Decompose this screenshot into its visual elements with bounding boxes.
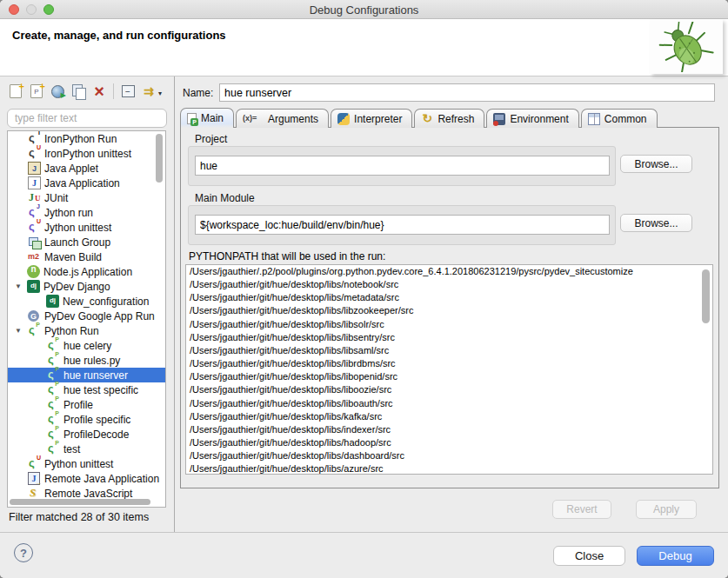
titlebar[interactable]: Debug Configurations [0,0,728,19]
tree-item[interactable]: PyDev Google App Run [8,309,165,323]
tree-item-label: Jython unittest [44,222,111,234]
tab-arguments[interactable]: Arguments [236,109,329,128]
java-applet-icon [27,162,41,175]
launch-group-icon [27,236,41,249]
tree-item-label: PyDev Google App Run [44,310,155,322]
tree-horizontal-scrollbar[interactable] [10,499,150,505]
python-run-icon [46,369,60,382]
tree-item[interactable]: IronPython Run [8,131,165,146]
pythonpath-entry[interactable]: /Users/jgauthier/git/hue/desktop/libs/li… [186,397,712,410]
tree-item[interactable]: hue rules.py [8,353,165,368]
close-button[interactable]: Close [553,546,625,566]
tree-item[interactable]: Launch Group [8,235,165,249]
tree-item[interactable]: hue runserver [8,368,165,382]
tree-item[interactable]: Jython unittest [8,220,165,235]
project-input[interactable] [195,156,610,176]
tree-item-label: Profile [63,399,93,411]
apply-button[interactable]: Apply [636,500,697,519]
tree-item[interactable]: Java Applet [8,161,165,176]
tree-item[interactable]: Maven Build [8,249,165,264]
debug-button[interactable]: Debug [637,546,714,566]
configurations-tree[interactable]: IronPython RunIronPython unittestJava Ap… [7,130,166,508]
main-module-input[interactable] [195,215,610,235]
new-launch-configuration-icon[interactable] [5,81,26,102]
tree-item[interactable]: Node.js Application [8,264,165,279]
new-prototype-icon[interactable] [26,81,47,102]
name-input[interactable] [219,83,715,102]
tree-item[interactable]: New_configuration [8,294,165,309]
filter-input[interactable] [7,109,167,128]
tree-item-label: Launch Group [44,236,110,249]
pythonpath-list[interactable]: /Users/jgauthier/.p2/pool/plugins/org.py… [185,264,713,475]
pythonpath-entry[interactable]: /Users/jgauthier/git/hue/desktop/libs/da… [186,449,712,462]
python-run-icon [46,354,60,367]
tree-item[interactable]: Java Application [8,176,165,190]
maven-build-icon [27,250,41,263]
revert-button[interactable]: Revert [552,500,611,519]
tree-item[interactable]: hue test specific [8,382,165,397]
main-module-browse-button[interactable]: Browse... [620,214,692,232]
tab-label: Refresh [437,113,474,125]
pythonpath-entry[interactable]: /Users/jgauthier/.p2/pool/plugins/org.py… [186,265,712,278]
tree-item[interactable]: IronPython unittest [8,146,165,161]
toolbar-separator [113,83,114,99]
tree-item[interactable]: Profile specific [8,412,165,427]
tree-item[interactable]: ▼PyDev Django [8,279,165,294]
main-area: IronPython RunIronPython unittestJava Ap… [0,76,728,532]
duplicate-launch-configuration-icon[interactable] [68,81,89,102]
pythonpath-entry[interactable]: /Users/jgauthier/git/hue/desktop/libs/li… [186,344,712,357]
pythonpath-entry[interactable]: /Users/jgauthier/git/hue/desktop/libs/az… [186,462,712,475]
project-browse-button[interactable]: Browse... [620,155,692,173]
export-launch-configuration-icon[interactable] [47,81,68,102]
pythonpath-entry[interactable]: /Users/jgauthier/git/hue/desktop/libs/me… [186,291,712,304]
tree-vertical-scrollbar[interactable] [156,134,163,183]
pythonpath-entry[interactable]: /Users/jgauthier/git/hue/desktop/libs/li… [186,304,712,317]
remote-java-application-icon [27,472,41,485]
pythonpath-scrollbar[interactable] [702,269,710,323]
tree-item[interactable]: ▼Python Run [8,323,165,338]
expand-collapse-icon[interactable]: ▼ [14,327,23,335]
pythonpath-entry[interactable]: /Users/jgauthier/git/hue/desktop/libs/no… [186,278,712,291]
tree-item[interactable]: Python unittest [8,456,165,471]
tab-common[interactable]: Common [581,109,658,128]
jython-unittest-icon [27,221,41,234]
collapse-all-icon[interactable] [117,81,138,102]
tree-item-label: Profile specific [63,414,130,426]
filter-launch-configurations-icon[interactable] [138,81,159,102]
tree-item[interactable]: test [8,442,165,456]
tree-item[interactable]: ProfileDecode [8,427,165,442]
python-run-icon [46,442,60,455]
junit-icon [27,191,41,204]
pythonpath-entry[interactable]: /Users/jgauthier/git/hue/desktop/libs/ha… [186,436,712,449]
delete-launch-configuration-icon[interactable] [89,81,110,102]
tab-refresh[interactable]: Refresh [414,109,484,128]
tree-item-label: Python unittest [44,458,113,470]
tree-item-label: Remote JavaScript [44,488,132,500]
tab-interpreter[interactable]: Interpreter [331,109,412,128]
pythonpath-entry[interactable]: /Users/jgauthier/git/hue/desktop/libs/in… [186,423,712,436]
tree-item[interactable]: Remote Java Application [8,471,165,486]
project-group [188,146,616,186]
tree-item[interactable]: hue celery [8,338,165,353]
help-button[interactable]: ? [14,543,33,562]
pythonpath-entry[interactable]: /Users/jgauthier/git/hue/desktop/libs/li… [186,383,712,396]
tree-item[interactable]: Jython run [8,205,165,220]
expand-collapse-icon[interactable]: ▼ [14,282,23,290]
pydev-google-app-run-icon [27,309,41,322]
pythonpath-entry[interactable]: /Users/jgauthier/git/hue/desktop/libs/li… [186,357,712,370]
tree-item[interactable]: Profile [8,397,165,412]
python-run-icon [46,339,60,352]
arguments-tab-icon [243,113,264,125]
pythonpath-entry[interactable]: /Users/jgauthier/git/hue/desktop/libs/ka… [186,410,712,423]
tree-item-label: New_configuration [63,296,149,308]
tab-label: Common [604,113,647,125]
tree-item[interactable]: JUnit [8,190,165,205]
tab-environment[interactable]: Environment [486,109,578,128]
tab-main[interactable]: Main [180,108,234,128]
pythonpath-entry[interactable]: /Users/jgauthier/git/hue/desktop/libs/li… [186,318,712,331]
tree-item-label: Java Application [44,177,120,189]
pythonpath-entry[interactable]: /Users/jgauthier/git/hue/desktop/libs/li… [186,370,712,383]
pythonpath-entry[interactable]: /Users/jgauthier/git/hue/desktop/libs/li… [186,331,712,344]
ironpython-run-icon [27,132,41,145]
python-run-icon [46,428,60,441]
